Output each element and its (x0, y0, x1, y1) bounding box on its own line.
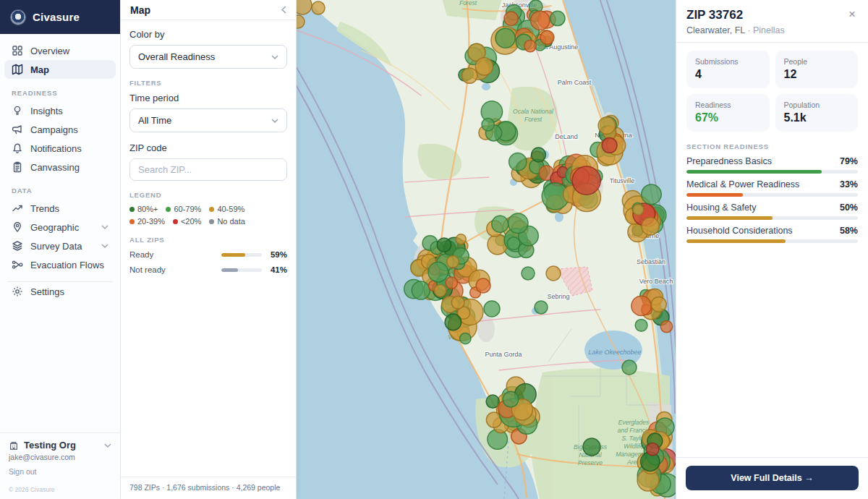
legend-label: 20-39% (137, 217, 165, 226)
color-by-value: Overall Readiness (138, 51, 215, 62)
map-canvas[interactable]: JacksonvilleSaint AugustinePalm CoastDeL… (297, 0, 676, 499)
sidebar-item-survey-data[interactable]: Survey Data (4, 236, 116, 255)
sidebar-item-label: Campaigns (30, 124, 109, 135)
sidebar-item-insights[interactable]: Insights (4, 101, 116, 120)
zip-marker[interactable] (550, 11, 565, 25)
zip-marker[interactable] (484, 301, 500, 317)
chevron-down-icon (101, 225, 109, 229)
settings-icon (12, 286, 23, 297)
zip-marker[interactable] (583, 438, 600, 456)
legend-label: 40-59% (217, 205, 244, 213)
all-zips-row: Ready59% (129, 250, 287, 259)
zip-marker[interactable] (524, 40, 536, 51)
zip-title: ZIP 33762 (686, 8, 858, 22)
zip-marker[interactable] (602, 138, 617, 153)
map-label: Vero Beach (639, 278, 673, 285)
section-readiness-row: Housing & Safety50% (686, 202, 858, 220)
close-icon[interactable]: × (845, 7, 859, 22)
color-by-select[interactable]: Overall Readiness (129, 45, 287, 69)
zip-marker[interactable] (456, 234, 466, 244)
zip-marker[interactable] (447, 256, 459, 268)
zip-marker[interactable] (460, 333, 471, 344)
zip-marker[interactable] (598, 117, 616, 135)
zip-marker[interactable] (531, 11, 550, 30)
trends-icon (12, 202, 23, 214)
zip-marker[interactable] (476, 278, 490, 293)
zip-search-input[interactable] (129, 158, 287, 181)
all-zips-row-label: Not ready (129, 265, 221, 274)
zip-marker[interactable] (535, 301, 548, 314)
filters-section-label: FILTERS (129, 79, 287, 87)
notifications-icon (12, 142, 23, 154)
zip-marker[interactable] (540, 30, 554, 44)
legend-item: 80%+ (129, 205, 158, 213)
zip-marker[interactable] (451, 297, 464, 310)
legend-label: No data (217, 217, 245, 226)
zip-marker[interactable] (642, 184, 661, 204)
zip-marker[interactable] (434, 285, 446, 297)
progress-track (686, 239, 858, 243)
zip-marker[interactable] (631, 296, 651, 315)
sidebar-item-trends[interactable]: Trends (4, 199, 116, 218)
zip-marker[interactable] (462, 68, 477, 83)
zip-marker[interactable] (622, 360, 637, 375)
stat-value: 5.1k (784, 111, 850, 124)
section-pct: 33% (840, 179, 858, 189)
legend-dot-icon (173, 219, 178, 224)
section-name: Medical & Power Readiness (686, 179, 799, 189)
org-switcher[interactable]: Testing Org (9, 440, 111, 451)
map-label: Sebring (547, 293, 569, 300)
zip-marker[interactable] (633, 204, 644, 215)
time-period-select[interactable]: All Time (129, 108, 287, 132)
section-readiness-label: SECTION READINESS (686, 142, 858, 150)
sidebar-item-label: Canvassing (30, 162, 109, 173)
sign-out-link[interactable]: Sign out (9, 467, 111, 476)
zip-marker[interactable] (297, 15, 305, 28)
zip-marker[interactable] (437, 238, 451, 252)
zip-marker[interactable] (572, 166, 600, 195)
legend-dot-icon (209, 207, 214, 212)
sidebar-item-settings[interactable]: Settings (4, 282, 116, 301)
sidebar-item-label: Geographic (30, 222, 94, 233)
zip-marker[interactable] (647, 443, 659, 455)
zip-marker[interactable] (509, 153, 527, 171)
zip-marker[interactable] (546, 266, 561, 281)
collapse-panel-icon[interactable] (281, 6, 286, 14)
zip-marker[interactable] (412, 281, 430, 299)
legend: 80%+60-79%40-59%20-39%<20%No data (129, 205, 287, 226)
zip-marker[interactable] (522, 267, 535, 280)
zip-marker[interactable] (507, 237, 520, 250)
zip-marker[interactable] (651, 297, 666, 312)
sidebar-item-campaigns[interactable]: Campaigns (4, 120, 116, 139)
zip-marker[interactable] (445, 314, 461, 330)
sidebar-item-notifications[interactable]: Notifications (4, 139, 116, 158)
zip-marker[interactable] (446, 277, 457, 289)
zip-marker[interactable] (475, 58, 493, 75)
zip-marker[interactable] (635, 319, 647, 331)
zip-marker[interactable] (642, 218, 659, 235)
zip-marker[interactable] (495, 28, 515, 48)
zip-marker[interactable] (492, 216, 509, 232)
zip-marker[interactable] (532, 148, 546, 162)
zip-marker[interactable] (428, 263, 448, 282)
zip-marker[interactable] (504, 12, 518, 25)
sidebar-item-canvassing[interactable]: Canvassing (4, 158, 116, 176)
section-pct: 58% (840, 226, 858, 236)
progress-track (686, 193, 858, 197)
progress-fill (221, 253, 245, 257)
brand-header: Civasure (0, 0, 120, 34)
map-label: Titusville (610, 177, 635, 184)
zip-marker[interactable] (503, 391, 519, 407)
sidebar-item-overview[interactable]: Overview (4, 41, 116, 60)
map-panel-body: Color by Overall Readiness FILTERS Time … (121, 20, 296, 477)
sidebar-item-geographic[interactable]: Geographic (4, 218, 116, 236)
zip-marker[interactable] (482, 119, 494, 131)
zip-marker[interactable] (508, 213, 528, 234)
zip-marker[interactable] (312, 1, 325, 14)
detail-body: Submissions4People12Readiness67%Populati… (676, 43, 868, 457)
sidebar-item-evacuation-flows[interactable]: Evacuation Flows (4, 255, 116, 274)
zip-marker[interactable] (660, 320, 672, 332)
sidebar-item-map[interactable]: Map (4, 60, 116, 79)
view-full-details-button[interactable]: View Full Details → (686, 466, 859, 490)
copyright: © 2026 Civasure (9, 486, 111, 493)
